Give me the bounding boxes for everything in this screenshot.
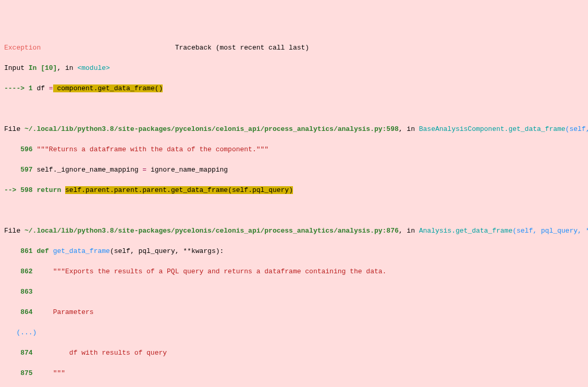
- self-kw: self: [36, 166, 53, 174]
- exception-label: Exception: [4, 44, 41, 52]
- lineno: 596: [20, 146, 32, 153]
- return-kw: return: [36, 186, 61, 194]
- code-highlight: self.parent.parent.parent.get_data_frame…: [65, 186, 293, 194]
- docstring: df with results of query: [33, 349, 167, 357]
- frame3-header: File ~/.local/lib/python3.8/site-package…: [4, 226, 584, 236]
- func-name: BaseAnalysisComponent.get_data_frame: [419, 125, 566, 133]
- frame3-l864: 864 Parameters: [4, 307, 584, 318]
- input-sep: , in: [57, 64, 77, 72]
- docstring: """: [33, 369, 65, 377]
- lineno: 861: [20, 247, 32, 255]
- lineno: 598: [20, 186, 32, 194]
- sig: (self, pql_query, **kwargs): [512, 227, 588, 235]
- frame3-l861: 861 def get_data_frame(self, pql_query, …: [4, 246, 584, 257]
- frame2-l596: 596 """Returns a dataframe with the data…: [4, 144, 584, 155]
- file-label: File: [4, 125, 24, 133]
- lineno: 875: [20, 369, 32, 377]
- file-path: ~/.local/lib/python3.8/site-packages/pyc…: [24, 125, 399, 133]
- lineno: 1: [29, 84, 33, 92]
- frame3-ellipsis: (...): [4, 328, 584, 338]
- code-text: ._ignore_name_mapping: [53, 166, 143, 174]
- frame2-header: File ~/.local/lib/python3.8/site-package…: [4, 124, 584, 135]
- frame3-l863: 863: [4, 287, 584, 297]
- frame3-l862: 862 """Exports the results of a PQL quer…: [4, 267, 584, 277]
- input-module: <module>: [77, 64, 109, 72]
- input-prefix: Input: [4, 64, 29, 72]
- docstring: """Exports the results of a PQL query an…: [33, 268, 387, 275]
- lineno: 863: [20, 288, 32, 296]
- code-text: (self, pql_query, **kwargs):: [110, 247, 224, 255]
- file-label: File: [4, 227, 24, 235]
- blank-line: [4, 104, 584, 114]
- frame2-l597: 597 self._ignore_name_mapping = ignore_n…: [4, 165, 584, 175]
- file-path: ~/.local/lib/python3.8/site-packages/pyc…: [24, 227, 399, 235]
- lineno: 597: [20, 166, 32, 174]
- self-kw: self: [65, 186, 81, 194]
- frame3-l874: 874 df with results of query: [4, 348, 584, 358]
- file-sep: , in: [399, 227, 419, 235]
- frame3-l875: 875 """: [4, 368, 584, 379]
- op-eq: =: [142, 166, 146, 174]
- file-sep: , in: [399, 125, 419, 133]
- func-name: Analysis.get_data_frame: [419, 227, 512, 235]
- code-text: .parent.parent.parent.get_data_frame(: [81, 186, 232, 194]
- blank-line: [4, 205, 584, 216]
- frame1-line: ----> 1 df = component.get_data_frame(): [4, 83, 584, 94]
- op-eq: =: [49, 84, 53, 92]
- lineno: 874: [20, 349, 32, 357]
- code-text: ignore_name_mapping: [146, 166, 228, 174]
- arrow: -->: [4, 186, 20, 194]
- docstring: Parameters: [33, 308, 94, 316]
- arrow: ---->: [4, 84, 29, 92]
- self-kw: self: [232, 186, 248, 194]
- sig-arg: self: [569, 125, 585, 133]
- sig-sep: ,: [586, 125, 588, 133]
- def-kw: def: [36, 247, 48, 255]
- lineno: 862: [20, 268, 32, 275]
- code-highlight: component.get_data_frame(): [53, 84, 163, 92]
- traceback-header: Exception Traceback (most recent call la…: [4, 43, 584, 53]
- ellipsis: (...): [4, 329, 36, 336]
- code-text: .pql_query): [248, 186, 293, 194]
- fn-name: get_data_frame: [49, 247, 110, 255]
- frame2-l598: --> 598 return self.parent.parent.parent…: [4, 185, 584, 196]
- traceback-label: Traceback (most recent call last): [175, 44, 309, 52]
- lineno: 864: [20, 308, 32, 316]
- code-text: df: [33, 84, 49, 92]
- input-line: Input In [10], in <module>: [4, 63, 584, 74]
- docstring: """Returns a dataframe with the data of …: [33, 146, 268, 153]
- input-cell: In [10]: [29, 64, 57, 72]
